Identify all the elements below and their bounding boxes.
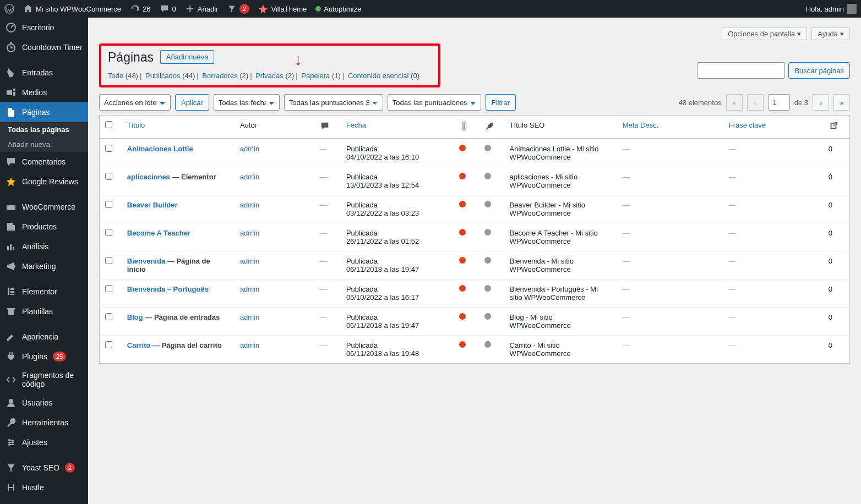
submenu-add-page[interactable]: Añadir nueva [0, 137, 88, 152]
author-link[interactable]: admin [240, 257, 259, 265]
filter-private[interactable]: Privadas [255, 72, 284, 80]
row-checkbox[interactable] [105, 313, 112, 320]
author-link[interactable]: admin [240, 341, 259, 349]
add-new-button[interactable]: Añadir nueva [160, 50, 215, 64]
col-outgoing-links[interactable] [823, 116, 849, 139]
no-comments: — [320, 173, 327, 181]
submenu-all-pages[interactable]: Todas las páginas [0, 122, 88, 137]
menu-pages[interactable]: Páginas [0, 102, 88, 122]
new-content[interactable]: Añadir [181, 0, 223, 18]
search-input[interactable] [697, 62, 785, 79]
table-row: Animaciones Lottieadmin—Publicada04/10/2… [100, 139, 849, 167]
date-cell: Publicada13/01/2023 a las 12:54 [341, 167, 454, 195]
page-title-link[interactable]: Become A Teacher [127, 229, 190, 237]
menu-comments[interactable]: Comentarios [0, 152, 88, 172]
date-filter-select[interactable]: Todas las fechas [214, 94, 280, 111]
annotation-highlight: ↓ Páginas Añadir nueva Todo (48)| Public… [99, 43, 440, 87]
page-title-link[interactable]: Animaciones Lottie [127, 145, 193, 153]
no-focus: — [729, 145, 736, 153]
filter-published[interactable]: Publicados [145, 72, 181, 80]
menu-posts[interactable]: Entradas [0, 63, 88, 83]
readability-score-select[interactable]: Todas las puntuaciones de legibilidad [388, 94, 481, 111]
menu-woocommerce[interactable]: WooCommerce [0, 197, 88, 217]
col-seo-score[interactable] [454, 116, 479, 139]
menu-products[interactable]: Productos [0, 217, 88, 237]
villatheme[interactable]: VillaTheme [254, 0, 311, 18]
page-title-link[interactable]: Carrito [127, 341, 151, 349]
updates[interactable]: 26 [126, 0, 155, 18]
current-page-input[interactable] [768, 94, 790, 111]
menu-marketing[interactable]: Marketing [0, 256, 88, 276]
menu-countdown[interactable]: Countdown Timer [0, 37, 88, 57]
select-all-checkbox[interactable] [105, 121, 112, 128]
col-focus-keyword[interactable]: Frase clave [729, 121, 766, 129]
menu-analytics[interactable]: Análisis [0, 237, 88, 256]
autoptimize[interactable]: Autoptimize [311, 0, 366, 18]
filter-cornerstone[interactable]: Contenido esencial [348, 72, 409, 80]
site-name[interactable]: Mi sitio WPWooCommerce [19, 0, 126, 18]
prev-page-button[interactable]: ‹ [747, 94, 764, 111]
page-title-link[interactable]: Beaver Builder [127, 201, 178, 209]
author-link[interactable]: admin [240, 201, 259, 209]
col-date[interactable]: Fecha [346, 121, 366, 129]
menu-appearance[interactable]: Apariencia [0, 327, 88, 347]
bulk-actions-select[interactable]: Acciones en lote [99, 94, 171, 111]
seo-score-select[interactable]: Todas las puntuaciones SEO [284, 94, 383, 111]
filter-all[interactable]: Todo [108, 72, 123, 80]
row-checkbox[interactable] [105, 257, 112, 264]
date-cell: Publicada06/11/2018 a las 19:47 [341, 307, 454, 335]
author-link[interactable]: admin [240, 285, 259, 293]
row-checkbox[interactable] [105, 173, 112, 180]
table-row: Bienvenida – Portuguêsadmin—Publicada05/… [100, 279, 849, 307]
col-author: Autor [235, 116, 314, 139]
page-state: — Elementor [170, 173, 216, 181]
my-account[interactable]: Hola, admin [802, 0, 861, 18]
filter-drafts[interactable]: Borradores [202, 72, 237, 80]
svg-point-14 [464, 125, 465, 127]
screen-options-button[interactable]: Opciones de pantalla ▾ [722, 28, 807, 40]
filter-trash[interactable]: Papelera [301, 72, 330, 80]
author-link[interactable]: admin [240, 145, 259, 153]
menu-media[interactable]: Medios [0, 83, 88, 102]
comments[interactable]: 0 [155, 0, 181, 18]
row-checkbox[interactable] [105, 201, 112, 208]
row-checkbox[interactable] [105, 341, 112, 348]
author-link[interactable]: admin [240, 313, 259, 321]
help-button[interactable]: Ayuda ▾ [811, 28, 850, 40]
menu-templates[interactable]: Plantillas [0, 302, 88, 321]
next-page-button[interactable]: › [813, 94, 829, 111]
apply-button[interactable]: Aplicar [175, 94, 209, 111]
page-title-link[interactable]: aplicaciones [127, 173, 170, 181]
row-checkbox[interactable] [105, 145, 112, 152]
page-title-link[interactable]: Bienvenida – Português [127, 285, 209, 293]
col-title[interactable]: Título [127, 121, 145, 129]
menu-elementor[interactable]: Elementor [0, 282, 88, 302]
date-cell: Publicada26/11/2022 a las 01:52 [341, 223, 454, 251]
menu-plugins[interactable]: Plugins 25 [0, 347, 88, 366]
wp-logo[interactable] [0, 0, 19, 18]
no-meta: — [623, 285, 630, 293]
row-checkbox[interactable] [105, 229, 112, 236]
search-button[interactable]: Buscar páginas [788, 62, 850, 79]
filter-button[interactable]: Filtrar [486, 94, 516, 111]
col-meta-desc[interactable]: Meta Desc. [623, 121, 659, 129]
menu-dashboard[interactable]: Escritorio [0, 18, 88, 37]
author-link[interactable]: admin [240, 173, 259, 181]
admin-menu: Escritorio Countdown Timer Entradas Medi… [0, 18, 88, 375]
svg-point-13 [464, 123, 465, 125]
last-page-button[interactable]: » [833, 94, 850, 111]
row-checkbox[interactable] [105, 285, 112, 292]
first-page-button[interactable]: « [726, 94, 743, 111]
col-seo-title: Título SEO [504, 116, 617, 139]
links-count: 0 [823, 279, 849, 307]
yoast-toolbar[interactable]: 2 [222, 0, 254, 18]
menu-greviews[interactable]: Google Reviews [0, 172, 88, 191]
page-title-link[interactable]: Bienvenida [127, 257, 165, 265]
col-readability[interactable] [479, 116, 504, 139]
readability-dot [484, 229, 491, 235]
links-count: 0 [823, 251, 849, 279]
menu-snippets[interactable]: Fragmentos de código [0, 366, 88, 375]
author-link[interactable]: admin [240, 229, 259, 237]
page-title-link[interactable]: Blog [127, 313, 143, 321]
col-comments[interactable] [314, 116, 341, 139]
